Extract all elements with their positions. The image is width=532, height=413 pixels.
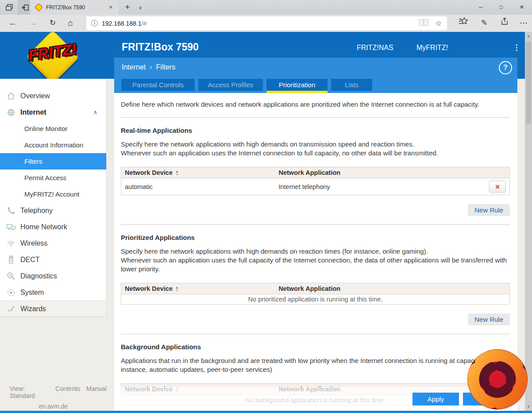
- section-divider: [121, 224, 510, 225]
- sidebar-item-internet[interactable]: Internet ∧: [0, 104, 106, 120]
- sidebar-item-diagnostics[interactable]: Diagnostics: [0, 268, 106, 284]
- maximize-button[interactable]: □: [491, 0, 511, 14]
- breadcrumb: Internet › Filters: [122, 63, 175, 71]
- cell-network-device: automatic: [121, 178, 275, 195]
- diagnostics-icon: [6, 271, 17, 281]
- apply-button[interactable]: Apply: [412, 393, 459, 405]
- action-bar: Apply Cancel: [114, 387, 517, 411]
- sidebar-item-dect[interactable]: DECT: [0, 251, 106, 268]
- sidebar-item-overview[interactable]: Overview: [0, 88, 106, 104]
- sidebar: Overview Internet ∧ Online Monitor Accou…: [0, 79, 107, 317]
- sidebar-item-home-network[interactable]: Home Network: [0, 219, 106, 235]
- favorite-star-icon[interactable]: ☆: [436, 19, 442, 27]
- window-frame-bottom: [0, 411, 532, 413]
- network-icon: [6, 222, 17, 232]
- realtime-applications-table: Network Device▲▼ Network Application aut…: [121, 167, 510, 195]
- sidebar-item-wizards[interactable]: Wizards: [0, 301, 106, 317]
- watermark-logo: [466, 348, 529, 411]
- new-rule-button[interactable]: New Rule: [468, 313, 510, 325]
- sidebar-item-filters[interactable]: Filters: [0, 153, 106, 170]
- browser-window: FRITZ! FRITZ!Box 7590 FRITZ!NAS MyFRITZ!…: [0, 0, 532, 413]
- site-info-icon[interactable]: i: [91, 20, 98, 27]
- section-description: Applications that run in the background …: [121, 356, 510, 374]
- system-icon: [6, 288, 17, 297]
- prioritized-applications-table: Network Device▲▼ Network Application No …: [121, 283, 510, 305]
- column-header-actions: [486, 167, 510, 178]
- url-text: 192.168.188.1/#: [102, 20, 146, 27]
- web-notes-pen-icon[interactable]: ✎: [478, 16, 491, 30]
- myfritz-link[interactable]: MyFRITZ!: [416, 44, 448, 52]
- breadcrumb-internet[interactable]: Internet: [122, 63, 146, 71]
- column-header-network-application: Network Application: [275, 283, 510, 294]
- content-area: Define here which network devices and ne…: [114, 93, 517, 411]
- sidebar-item-wireless[interactable]: Wireless: [0, 235, 106, 251]
- handset-icon: [6, 255, 17, 265]
- chevron-up-icon[interactable]: ∧: [93, 109, 97, 116]
- reading-view-icon[interactable]: [419, 19, 428, 28]
- forward-icon[interactable]: →: [27, 16, 40, 30]
- phone-icon: [6, 206, 17, 216]
- fritz-favicon: [35, 3, 42, 11]
- empty-state-text: No prioritized application is running at…: [121, 294, 510, 305]
- wifi-icon: [6, 239, 17, 248]
- section-description: Whenever such an application uses the fu…: [121, 256, 510, 274]
- scroll-up-icon[interactable]: ∧: [525, 33, 532, 40]
- wand-icon: [6, 304, 17, 314]
- column-header-network-device[interactable]: Network Device▲▼: [121, 167, 275, 178]
- tab-list-dropdown-icon[interactable]: ∨: [135, 3, 146, 12]
- tab-close-icon[interactable]: ✕: [107, 4, 115, 11]
- manual-link[interactable]: Manual: [86, 385, 107, 399]
- new-tab-button[interactable]: +: [121, 1, 134, 13]
- sidebar-item-account-information[interactable]: Account Information: [0, 137, 106, 153]
- breadcrumb-band: Internet › Filters ? Parental Controls A…: [114, 58, 517, 93]
- fritznas-link[interactable]: FRITZ!NAS: [357, 44, 393, 52]
- sidebar-item-telephony[interactable]: Telephony: [0, 202, 106, 219]
- sort-desc-icon: ▼: [175, 173, 179, 176]
- breadcrumb-filters[interactable]: Filters: [156, 63, 176, 71]
- logo-panel: FRITZ!: [0, 32, 114, 79]
- sidebar-footer: View: Standard Contents Manual en.avm.de: [0, 385, 107, 410]
- delete-rule-button[interactable]: ✕: [489, 181, 506, 193]
- hub-favorites-icon[interactable]: [457, 16, 470, 30]
- avm-domain-link[interactable]: en.avm.de: [0, 403, 107, 410]
- tab-lists[interactable]: Lists: [331, 79, 372, 91]
- scrollbar-thumb[interactable]: [526, 42, 531, 124]
- browser-tab[interactable]: FRITZ!Box 7590 ✕: [30, 0, 119, 15]
- tab-access-profiles[interactable]: Access Profiles: [198, 79, 263, 91]
- header-right-extension: [517, 58, 525, 79]
- section-divider: [121, 334, 510, 334]
- more-options-icon[interactable]: ⋯: [517, 16, 530, 30]
- tab-preview-icon[interactable]: [3, 1, 16, 13]
- back-icon[interactable]: ←: [6, 16, 19, 30]
- tab-prioritization[interactable]: Prioritization: [266, 79, 328, 93]
- contents-link[interactable]: Contents: [55, 385, 80, 399]
- kebab-menu-icon[interactable]: ⋮: [512, 42, 521, 54]
- help-icon[interactable]: ?: [499, 61, 512, 74]
- section-title: Background Applications: [121, 343, 510, 351]
- section-prioritized-applications: Prioritized Applications Specify here th…: [121, 234, 510, 325]
- view-standard-link[interactable]: View: Standard: [10, 385, 49, 399]
- section-divider: [121, 117, 510, 118]
- chevron-right-icon: ›: [150, 63, 152, 71]
- column-header-network-device[interactable]: Network Device▲▼: [121, 283, 275, 294]
- sidebar-item-system[interactable]: System: [0, 284, 106, 301]
- close-window-button[interactable]: ✕: [512, 0, 532, 14]
- sidebar-item-myfritz-account[interactable]: MyFRITZ! Account: [0, 186, 106, 202]
- home-icon[interactable]: ⌂: [64, 16, 77, 30]
- tab-parental-controls[interactable]: Parental Controls: [121, 79, 195, 91]
- sort-control[interactable]: ▲▼: [175, 170, 179, 176]
- address-bar[interactable]: i 192.168.188.1/# ☆: [86, 16, 447, 30]
- new-rule-button[interactable]: New Rule: [468, 204, 510, 216]
- sidebar-item-permit-access[interactable]: Permit Access: [0, 170, 106, 186]
- page-intro: Define here which network devices and ne…: [121, 100, 510, 109]
- router-title: FRITZ!Box 7590: [122, 41, 199, 53]
- sort-control[interactable]: ▲▼: [175, 286, 179, 292]
- section-title: Prioritized Applications: [121, 234, 510, 241]
- minimize-button[interactable]: ─: [470, 0, 491, 14]
- section-title: Real-time Applications: [121, 127, 510, 134]
- share-icon[interactable]: [498, 16, 511, 30]
- refresh-icon[interactable]: ↻: [46, 16, 59, 30]
- tab-title: FRITZ!Box 7590: [46, 4, 107, 11]
- section-realtime-applications: Real-time Applications Specify here the …: [121, 127, 510, 216]
- sidebar-item-online-monitor[interactable]: Online Monitor: [0, 120, 106, 137]
